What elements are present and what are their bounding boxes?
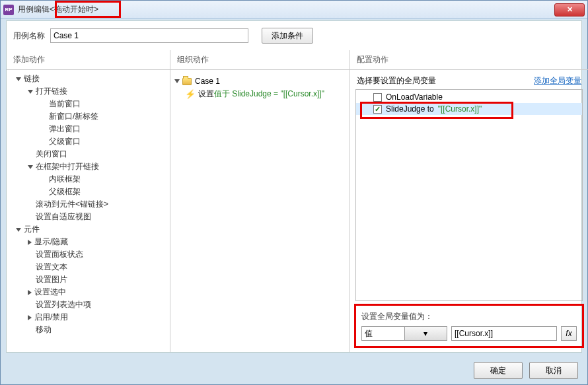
tree-item[interactable]: 内联框架 [7, 173, 170, 186]
panels: 添加动作 链接打开链接当前窗口新窗口/新标签弹出窗口父级窗口关闭窗口在框架中打开… [7, 50, 581, 352]
chevron-right-icon[interactable] [28, 290, 32, 295]
tree-item-label: 显示/隐藏 [34, 236, 68, 248]
set-value-label: 设置全局变量值为： [361, 311, 577, 322]
chevron-down-icon[interactable] [28, 90, 33, 94]
tree-item[interactable]: 设置列表选中项 [7, 298, 170, 311]
close-button[interactable]: ✕ [554, 3, 585, 17]
checkbox[interactable] [373, 105, 382, 114]
tree-item[interactable]: 新窗口/新标签 [7, 110, 170, 123]
dialog-footer: 确定 取消 [474, 362, 578, 379]
tree-item-label: 设置文本 [36, 262, 67, 273]
tree-item-label: 移动 [36, 324, 52, 335]
organize-action-body: Case 1 ⚡ 设置 值于 SlideJudge = "[[Cursor.x]… [170, 70, 349, 352]
tree-item-label: 链接 [24, 73, 40, 85]
cancel-button[interactable]: 取消 [529, 362, 578, 379]
tree-item-label: 内联框架 [49, 174, 81, 185]
checkbox[interactable] [373, 93, 382, 102]
set-value-block: 设置全局变量值为： 值 ▾ fx [355, 305, 583, 347]
dialog-content: 用例名称 添加条件 添加动作 链接打开链接当前窗口新窗口/新标签弹出窗口父级窗口… [6, 20, 582, 353]
set-value-row: 值 ▾ fx [361, 326, 577, 341]
organize-action-panel: 组织动作 Case 1 ⚡ 设置 值于 SlideJudge = "[[Curs… [170, 50, 350, 352]
variable-list[interactable]: OnLoadVariableSlideJudge to "[[Cursor.x]… [355, 89, 583, 301]
add-condition-button[interactable]: 添加条件 [262, 28, 313, 44]
action-tree[interactable]: 链接打开链接当前窗口新窗口/新标签弹出窗口父级窗口关闭窗口在框架中打开链接内联框… [7, 70, 170, 339]
dialog-title-prefix: 用例编辑 [18, 4, 50, 15]
chevron-down-icon[interactable]: ▾ [404, 327, 447, 340]
tree-item[interactable]: 父级框架 [7, 186, 170, 198]
tree-item[interactable]: 移动 [7, 324, 170, 336]
chevron-down-icon[interactable] [16, 228, 21, 232]
action-node[interactable]: ⚡ 设置 值于 SlideJudge = "[[Cursor.x]]" [174, 87, 346, 101]
tree-item-label: 当前窗口 [49, 98, 81, 110]
tree-item[interactable]: 关闭窗口 [7, 148, 170, 160]
chevron-down-icon[interactable] [28, 165, 33, 169]
tree-item-label: 弹出窗口 [49, 123, 81, 135]
chevron-right-icon[interactable] [28, 240, 32, 245]
tree-item-label: 父级框架 [49, 186, 81, 197]
select-variables-row: 选择要设置的全局变量 添加全局变量 [350, 70, 588, 89]
tree-item[interactable]: 弹出窗口 [7, 123, 170, 135]
value-type-combo[interactable]: 值 ▾ [361, 326, 447, 341]
add-action-panel: 添加动作 链接打开链接当前窗口新窗口/新标签弹出窗口父级窗口关闭窗口在框架中打开… [7, 50, 170, 352]
chevron-right-icon[interactable] [28, 315, 32, 320]
tree-item[interactable]: 当前窗口 [7, 98, 170, 110]
tree-item[interactable]: 设置图片 [7, 273, 170, 286]
action-detail: 值于 SlideJudge = "[[Cursor.x]]" [214, 88, 324, 100]
app-icon: RP [3, 5, 14, 15]
bolt-icon: ⚡ [185, 89, 196, 99]
fx-button[interactable]: fx [561, 326, 577, 341]
tree-item[interactable]: 启用/禁用 [7, 311, 170, 324]
tree-item[interactable]: 链接 [7, 73, 170, 85]
tree-item[interactable]: 设置选中 [7, 286, 170, 298]
tree-item[interactable]: 在框架中打开链接 [7, 160, 170, 173]
select-variables-label: 选择要设置的全局变量 [357, 75, 436, 87]
tree-item-label: 元件 [24, 224, 40, 235]
add-action-body: 链接打开链接当前窗口新窗口/新标签弹出窗口父级窗口关闭窗口在框架中打开链接内联框… [7, 70, 170, 352]
case-name-row: 用例名称 添加条件 [7, 21, 581, 50]
tree-item-label: 新窗口/新标签 [49, 111, 98, 122]
title-bar[interactable]: RP 用例编辑 <拖动开始时> ✕ [1, 1, 587, 19]
dialog-title-event: <拖动开始时> [50, 4, 98, 15]
tree-item-label: 打开链接 [36, 86, 67, 97]
organize-action-header: 组织动作 [170, 50, 349, 70]
tree-item[interactable]: 设置面板状态 [7, 248, 170, 261]
tree-item[interactable]: 显示/隐藏 [7, 236, 170, 248]
case-node[interactable]: Case 1 [174, 75, 346, 87]
tree-item-label: 启用/禁用 [34, 312, 68, 323]
value-input[interactable] [451, 326, 557, 341]
configure-action-panel: 配置动作 选择要设置的全局变量 添加全局变量 OnLoadVariableSli… [350, 50, 588, 352]
tree-item-label: 设置自适应视图 [36, 211, 91, 223]
configure-action-body: 选择要设置的全局变量 添加全局变量 OnLoadVariableSlideJud… [350, 70, 588, 352]
variable-row[interactable]: OnLoadVariable [356, 91, 582, 103]
variable-label: OnLoadVariable [386, 92, 443, 102]
action-prefix: 设置 [198, 88, 214, 100]
tree-item[interactable]: 父级窗口 [7, 135, 170, 148]
folder-icon [182, 78, 192, 85]
combo-value: 值 [362, 328, 404, 339]
variable-label: SlideJudge to [386, 104, 434, 114]
dialog-window: RP 用例编辑 <拖动开始时> ✕ 用例名称 添加条件 添加动作 链接打开链接当… [0, 0, 588, 385]
tree-item[interactable]: 元件 [7, 223, 170, 236]
tree-item-label: 关闭窗口 [36, 149, 67, 160]
tree-item-label: 在框架中打开链接 [36, 161, 99, 172]
tree-item-label: 设置列表选中项 [36, 299, 91, 310]
variable-row[interactable]: SlideJudge to "[[Cursor.x]]" [356, 103, 582, 115]
add-action-header: 添加动作 [7, 50, 170, 70]
case-name-input[interactable] [50, 28, 248, 43]
expand-icon[interactable] [174, 79, 180, 83]
tree-item[interactable]: 设置自适应视图 [7, 211, 170, 223]
tree-item[interactable]: 打开链接 [7, 85, 170, 98]
tree-item[interactable]: 滚动到元件<锚链接> [7, 198, 170, 211]
tree-item-label: 设置图片 [36, 274, 67, 285]
variable-value: "[[Cursor.x]]" [438, 104, 482, 114]
chevron-down-icon[interactable] [16, 77, 21, 81]
tree-item-label: 滚动到元件<锚链接> [36, 199, 108, 210]
tree-item-label: 设置选中 [34, 287, 66, 298]
case-name-label: 用例名称 [13, 30, 45, 42]
ok-button[interactable]: 确定 [474, 362, 523, 379]
add-global-variable-link[interactable]: 添加全局变量 [534, 75, 581, 87]
tree-item-label: 设置面板状态 [36, 249, 83, 260]
tree-item[interactable]: 设置文本 [7, 261, 170, 273]
configure-action-header: 配置动作 [350, 50, 588, 70]
case-label: Case 1 [195, 77, 220, 86]
